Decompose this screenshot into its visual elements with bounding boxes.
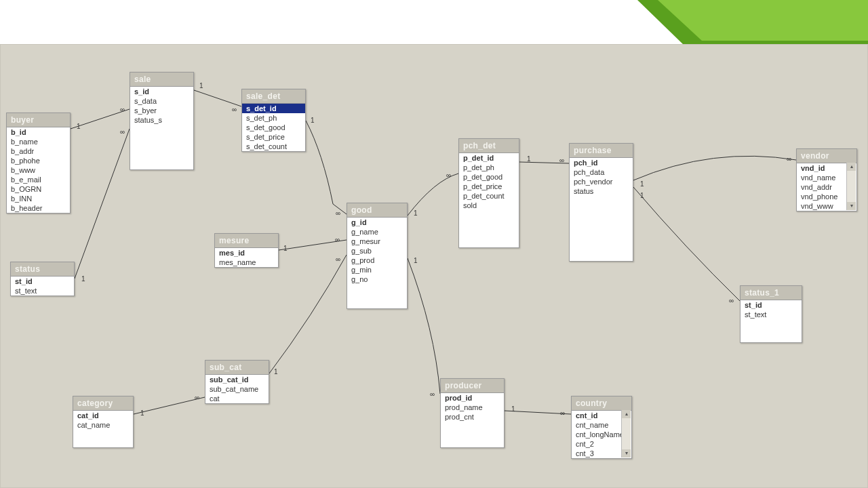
relation-purchase-status_1 xyxy=(633,187,740,301)
entity-header[interactable]: pch_det xyxy=(459,139,519,153)
field-pch_vendor[interactable]: pch_vendor xyxy=(570,177,633,186)
field-g_mesur[interactable]: g_mesur xyxy=(347,237,407,246)
field-p_det_ph[interactable]: p_det_ph xyxy=(459,163,519,172)
field-st_text[interactable]: st_text xyxy=(11,286,74,296)
entity-header[interactable]: mesure xyxy=(215,234,278,248)
field-p_det_count[interactable]: p_det_count xyxy=(459,191,519,201)
entity-sale_det[interactable]: sale_dets_det_ids_det_phs_det_goods_det_… xyxy=(241,89,306,152)
field-b_e_mail[interactable]: b_e_mail xyxy=(7,175,70,184)
entity-status[interactable]: statusst_idst_text xyxy=(10,262,75,296)
field-p_det_good[interactable]: p_det_good xyxy=(459,172,519,182)
relation-purchase-vendor xyxy=(633,156,796,180)
cardinality-label: 1 xyxy=(511,405,516,413)
field-g_sub[interactable]: g_sub xyxy=(347,246,407,256)
entity-header[interactable]: good xyxy=(347,203,407,218)
field-b_id[interactable]: b_id xyxy=(7,127,70,137)
entity-vendor[interactable]: vendorvnd_idvnd_namevnd_addrvnd_phonevnd… xyxy=(796,148,857,211)
entity-header[interactable]: sub_cat xyxy=(205,361,269,375)
field-sub_cat_id[interactable]: sub_cat_id xyxy=(205,375,269,384)
entity-good[interactable]: goodg_idg_nameg_mesurg_subg_prodg_ming_n… xyxy=(347,203,408,309)
relation-status-sale xyxy=(75,129,130,279)
field-s_det_good[interactable]: s_det_good xyxy=(242,123,305,132)
cardinality-label: ∞ xyxy=(446,171,452,179)
entity-category[interactable]: categorycat_idcat_name xyxy=(73,396,134,448)
field-b_phohe[interactable]: b_phohe xyxy=(7,156,70,165)
field-s_byer[interactable]: s_byer xyxy=(130,106,193,115)
field-st_id[interactable]: st_id xyxy=(741,300,802,310)
field-mes_id[interactable]: mes_id xyxy=(215,248,278,258)
entity-status_1[interactable]: status_1st_idst_text xyxy=(740,285,802,343)
field-s_det_ph[interactable]: s_det_ph xyxy=(242,113,305,123)
entity-header[interactable]: status xyxy=(11,262,74,277)
entity-header[interactable]: purchase xyxy=(570,144,633,158)
field-st_text[interactable]: st_text xyxy=(741,310,802,319)
er-diagram-canvas[interactable]: buyerb_idb_nameb_addrb_phoheb_wwwb_e_mai… xyxy=(0,44,868,488)
entity-body: b_idb_nameb_addrb_phoheb_wwwb_e_mailb_OG… xyxy=(7,127,70,213)
entity-purchase[interactable]: purchasepch_idpch_datapch_vendorstatus xyxy=(569,143,633,262)
entity-header[interactable]: sale xyxy=(130,73,193,87)
field-s_data[interactable]: s_data xyxy=(130,96,193,106)
field-pch_data[interactable]: pch_data xyxy=(570,167,633,177)
cardinality-label: ∞ xyxy=(559,157,565,164)
field-s_id[interactable]: s_id xyxy=(130,87,193,96)
cardinality-label: ∞ xyxy=(429,390,435,398)
field-b_INN[interactable]: b_INN xyxy=(7,194,70,203)
entity-sub_cat[interactable]: sub_catsub_cat_idsub_cat_namecat xyxy=(205,360,269,404)
entity-header[interactable]: buyer xyxy=(7,113,70,127)
entity-body: s_det_ids_det_phs_det_goods_det_prices_d… xyxy=(242,104,305,151)
field-s_det_count[interactable]: s_det_count xyxy=(242,142,305,151)
field-sold[interactable]: sold xyxy=(459,201,519,210)
scroll-up-icon[interactable]: ▴ xyxy=(622,410,631,418)
entity-body: s_ids_datas_byerstatus_s xyxy=(130,87,193,125)
field-cat_id[interactable]: cat_id xyxy=(73,411,133,420)
entity-pch_det[interactable]: pch_detp_det_idp_det_php_det_goodp_det_p… xyxy=(458,138,519,248)
cardinality-label: 1 xyxy=(199,82,204,89)
field-g_id[interactable]: g_id xyxy=(347,218,407,227)
entity-header[interactable]: category xyxy=(73,396,133,411)
cardinality-label: ∞ xyxy=(119,128,125,136)
field-s_det_id[interactable]: s_det_id xyxy=(242,104,305,113)
scroll-up-icon[interactable]: ▴ xyxy=(847,163,856,171)
cardinality-label: 1 xyxy=(639,192,645,199)
entity-sale[interactable]: sales_ids_datas_byerstatus_s xyxy=(130,72,194,170)
entity-header[interactable]: producer xyxy=(441,379,504,393)
field-b_OGRN[interactable]: b_OGRN xyxy=(7,184,70,194)
field-g_prod[interactable]: g_prod xyxy=(347,256,407,265)
field-g_min[interactable]: g_min xyxy=(347,265,407,274)
field-cat[interactable]: cat xyxy=(205,394,269,403)
field-b_name[interactable]: b_name xyxy=(7,137,70,146)
field-g_no[interactable]: g_no xyxy=(347,274,407,284)
entity-mesure[interactable]: mesuremes_idmes_name xyxy=(214,233,279,268)
cardinality-label: 1 xyxy=(639,180,645,188)
entity-header[interactable]: status_1 xyxy=(741,286,802,300)
field-mes_name[interactable]: mes_name xyxy=(215,258,278,267)
field-cat_name[interactable]: cat_name xyxy=(73,420,133,430)
entity-producer[interactable]: producerprod_idprod_nameprod_cnt xyxy=(440,378,505,448)
scrollbar[interactable]: ▴▾ xyxy=(621,410,631,458)
field-p_det_id[interactable]: p_det_id xyxy=(459,153,519,163)
field-st_id[interactable]: st_id xyxy=(11,277,74,286)
entity-header[interactable]: country xyxy=(572,396,631,411)
entity-header[interactable]: vendor xyxy=(797,149,856,163)
field-pch_id[interactable]: pch_id xyxy=(570,158,633,167)
entity-country[interactable]: countrycnt_idcnt_namecnt_longNamecnt_2cn… xyxy=(571,396,632,459)
field-sub_cat_name[interactable]: sub_cat_name xyxy=(205,384,269,394)
field-s_det_price[interactable]: s_det_price xyxy=(242,132,305,142)
field-p_det_price[interactable]: p_det_price xyxy=(459,182,519,191)
entity-header[interactable]: sale_det xyxy=(242,89,305,104)
scroll-down-icon[interactable]: ▾ xyxy=(622,449,631,458)
decor-green-shape xyxy=(637,0,868,46)
field-status_s[interactable]: status_s xyxy=(130,115,193,125)
entity-buyer[interactable]: buyerb_idb_nameb_addrb_phoheb_wwwb_e_mai… xyxy=(6,113,71,214)
field-b_www[interactable]: b_www xyxy=(7,165,70,175)
scrollbar[interactable]: ▴▾ xyxy=(846,163,856,210)
field-status[interactable]: status xyxy=(570,186,633,196)
field-b_header[interactable]: b_header xyxy=(7,203,70,213)
field-prod_cnt[interactable]: prod_cnt xyxy=(441,412,504,422)
scroll-down-icon[interactable]: ▾ xyxy=(847,202,856,210)
field-b_addr[interactable]: b_addr xyxy=(7,146,70,156)
entity-body: g_idg_nameg_mesurg_subg_prodg_ming_no xyxy=(347,218,407,284)
field-prod_id[interactable]: prod_id xyxy=(441,393,504,403)
field-g_name[interactable]: g_name xyxy=(347,227,407,237)
field-prod_name[interactable]: prod_name xyxy=(441,403,504,412)
